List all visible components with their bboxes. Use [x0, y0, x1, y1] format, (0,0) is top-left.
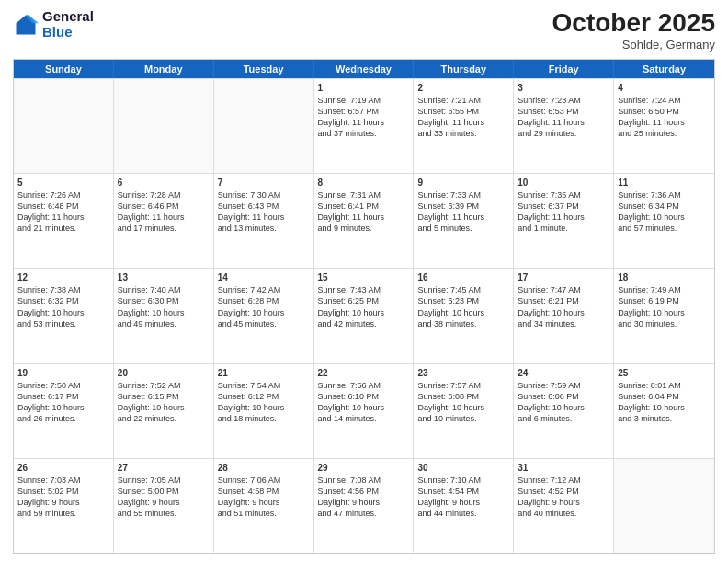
logo-general: General — [42, 9, 94, 25]
cell-info: Sunrise: 7:40 AM Sunset: 6:30 PM Dayligh… — [118, 284, 210, 329]
cell-info: Sunrise: 7:10 AM Sunset: 4:54 PM Dayligh… — [417, 475, 509, 520]
cell-day-number: 15 — [318, 271, 410, 283]
cell-info: Sunrise: 7:30 AM Sunset: 6:43 PM Dayligh… — [218, 190, 310, 235]
cell-info: Sunrise: 7:28 AM Sunset: 6:46 PM Dayligh… — [118, 190, 210, 235]
cell-info: Sunrise: 7:12 AM Sunset: 4:52 PM Dayligh… — [518, 475, 609, 520]
calendar-cell-26: 26Sunrise: 7:03 AM Sunset: 5:02 PM Dayli… — [14, 459, 114, 553]
calendar-header: SundayMondayTuesdayWednesdayThursdayFrid… — [14, 60, 714, 78]
cell-info: Sunrise: 7:36 AM Sunset: 6:34 PM Dayligh… — [618, 190, 711, 235]
cell-day-number: 7 — [218, 177, 310, 189]
logo-icon — [13, 12, 39, 38]
cell-info: Sunrise: 7:38 AM Sunset: 6:32 PM Dayligh… — [17, 284, 109, 329]
cell-day-number: 13 — [118, 271, 210, 283]
cell-info: Sunrise: 7:19 AM Sunset: 6:57 PM Dayligh… — [318, 95, 410, 140]
cell-day-number: 4 — [618, 82, 711, 94]
calendar-row-2: 12Sunrise: 7:38 AM Sunset: 6:32 PM Dayli… — [14, 268, 714, 362]
calendar-cell-13: 13Sunrise: 7:40 AM Sunset: 6:30 PM Dayli… — [114, 269, 214, 362]
cell-day-number: 24 — [518, 367, 609, 379]
calendar-cell-7: 7Sunrise: 7:30 AM Sunset: 6:43 PM Daylig… — [214, 174, 314, 268]
cell-day-number: 6 — [118, 177, 210, 189]
calendar-cell-15: 15Sunrise: 7:43 AM Sunset: 6:25 PM Dayli… — [314, 269, 415, 362]
cell-info: Sunrise: 7:43 AM Sunset: 6:25 PM Dayligh… — [318, 284, 410, 329]
month-title: October 2025 — [552, 9, 715, 38]
page: General Blue October 2025 Sohlde, German… — [0, 0, 728, 563]
calendar-row-4: 26Sunrise: 7:03 AM Sunset: 5:02 PM Dayli… — [14, 458, 714, 553]
cell-day-number: 1 — [318, 82, 410, 94]
cell-day-number: 21 — [218, 367, 310, 379]
cell-day-number: 2 — [417, 82, 509, 94]
cell-day-number: 26 — [17, 462, 109, 474]
calendar-cell-1: 1Sunrise: 7:19 AM Sunset: 6:57 PM Daylig… — [314, 79, 415, 173]
calendar-cell-28: 28Sunrise: 7:06 AM Sunset: 4:58 PM Dayli… — [214, 459, 314, 553]
calendar-cell-2: 2Sunrise: 7:21 AM Sunset: 6:55 PM Daylig… — [414, 79, 514, 173]
cell-info: Sunrise: 7:08 AM Sunset: 4:56 PM Dayligh… — [318, 475, 410, 520]
cell-day-number: 3 — [518, 82, 609, 94]
cell-day-number: 28 — [218, 462, 310, 474]
calendar-body: 1Sunrise: 7:19 AM Sunset: 6:57 PM Daylig… — [14, 78, 714, 553]
cell-day-number: 10 — [518, 177, 609, 189]
calendar-cell-empty-4-6 — [614, 459, 714, 553]
cell-info: Sunrise: 8:01 AM Sunset: 6:04 PM Dayligh… — [618, 380, 711, 425]
cell-day-number: 30 — [417, 462, 509, 474]
cell-day-number: 31 — [518, 462, 609, 474]
calendar-cell-18: 18Sunrise: 7:49 AM Sunset: 6:19 PM Dayli… — [614, 269, 714, 362]
header-day-sunday: Sunday — [14, 60, 114, 78]
calendar-cell-22: 22Sunrise: 7:56 AM Sunset: 6:10 PM Dayli… — [314, 364, 415, 458]
header-day-saturday: Saturday — [614, 60, 714, 78]
header-day-thursday: Thursday — [414, 60, 514, 78]
header-day-monday: Monday — [114, 60, 214, 78]
title-block: October 2025 Sohlde, Germany — [552, 9, 715, 52]
calendar-cell-27: 27Sunrise: 7:05 AM Sunset: 5:00 PM Dayli… — [114, 459, 214, 553]
cell-day-number: 18 — [618, 271, 711, 283]
cell-day-number: 19 — [17, 367, 109, 379]
header-day-friday: Friday — [514, 60, 614, 78]
calendar-cell-21: 21Sunrise: 7:54 AM Sunset: 6:12 PM Dayli… — [214, 364, 314, 458]
calendar-cell-19: 19Sunrise: 7:50 AM Sunset: 6:17 PM Dayli… — [14, 364, 114, 458]
calendar-cell-3: 3Sunrise: 7:23 AM Sunset: 6:53 PM Daylig… — [514, 79, 614, 173]
calendar-cell-empty-0-2 — [214, 79, 314, 173]
cell-info: Sunrise: 7:33 AM Sunset: 6:39 PM Dayligh… — [417, 190, 509, 235]
logo-text: General Blue — [42, 9, 94, 40]
cell-info: Sunrise: 7:49 AM Sunset: 6:19 PM Dayligh… — [618, 284, 711, 329]
calendar-cell-12: 12Sunrise: 7:38 AM Sunset: 6:32 PM Dayli… — [14, 269, 114, 362]
cell-day-number: 23 — [417, 367, 509, 379]
calendar-row-1: 5Sunrise: 7:26 AM Sunset: 6:48 PM Daylig… — [14, 173, 714, 268]
cell-info: Sunrise: 7:06 AM Sunset: 4:58 PM Dayligh… — [218, 475, 310, 520]
cell-day-number: 14 — [218, 271, 310, 283]
cell-info: Sunrise: 7:54 AM Sunset: 6:12 PM Dayligh… — [218, 380, 310, 425]
logo: General Blue — [13, 9, 94, 40]
calendar-cell-16: 16Sunrise: 7:45 AM Sunset: 6:23 PM Dayli… — [414, 269, 514, 362]
calendar-cell-empty-0-0 — [14, 79, 114, 173]
svg-marker-0 — [17, 15, 36, 34]
cell-day-number: 20 — [118, 367, 210, 379]
cell-info: Sunrise: 7:45 AM Sunset: 6:23 PM Dayligh… — [417, 284, 509, 329]
cell-info: Sunrise: 7:35 AM Sunset: 6:37 PM Dayligh… — [518, 190, 609, 235]
calendar-cell-25: 25Sunrise: 8:01 AM Sunset: 6:04 PM Dayli… — [614, 364, 714, 458]
cell-day-number: 17 — [518, 271, 609, 283]
cell-day-number: 9 — [417, 177, 509, 189]
cell-info: Sunrise: 7:42 AM Sunset: 6:28 PM Dayligh… — [218, 284, 310, 329]
header-day-tuesday: Tuesday — [214, 60, 314, 78]
calendar-cell-11: 11Sunrise: 7:36 AM Sunset: 6:34 PM Dayli… — [614, 174, 714, 268]
cell-info: Sunrise: 7:23 AM Sunset: 6:53 PM Dayligh… — [518, 95, 609, 140]
logo-blue: Blue — [42, 25, 94, 40]
calendar-cell-empty-0-1 — [114, 79, 214, 173]
calendar-row-0: 1Sunrise: 7:19 AM Sunset: 6:57 PM Daylig… — [14, 78, 714, 173]
cell-info: Sunrise: 7:03 AM Sunset: 5:02 PM Dayligh… — [17, 475, 109, 520]
cell-day-number: 29 — [318, 462, 410, 474]
cell-day-number: 22 — [318, 367, 410, 379]
calendar-cell-29: 29Sunrise: 7:08 AM Sunset: 4:56 PM Dayli… — [314, 459, 415, 553]
calendar-cell-20: 20Sunrise: 7:52 AM Sunset: 6:15 PM Dayli… — [114, 364, 214, 458]
header-day-wednesday: Wednesday — [314, 60, 415, 78]
header: General Blue October 2025 Sohlde, German… — [13, 9, 715, 52]
cell-info: Sunrise: 7:50 AM Sunset: 6:17 PM Dayligh… — [17, 380, 109, 425]
cell-day-number: 11 — [618, 177, 711, 189]
calendar-cell-23: 23Sunrise: 7:57 AM Sunset: 6:08 PM Dayli… — [414, 364, 514, 458]
cell-info: Sunrise: 7:31 AM Sunset: 6:41 PM Dayligh… — [318, 190, 410, 235]
cell-info: Sunrise: 7:24 AM Sunset: 6:50 PM Dayligh… — [618, 95, 711, 140]
cell-info: Sunrise: 7:21 AM Sunset: 6:55 PM Dayligh… — [417, 95, 509, 140]
cell-day-number: 25 — [618, 367, 711, 379]
calendar-cell-10: 10Sunrise: 7:35 AM Sunset: 6:37 PM Dayli… — [514, 174, 614, 268]
calendar-cell-31: 31Sunrise: 7:12 AM Sunset: 4:52 PM Dayli… — [514, 459, 614, 553]
cell-day-number: 12 — [17, 271, 109, 283]
